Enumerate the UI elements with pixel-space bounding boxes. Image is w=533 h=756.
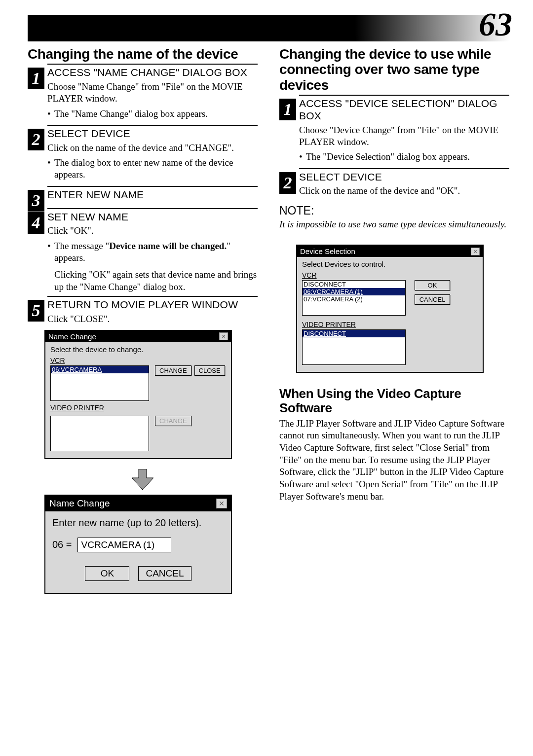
- step-title: RETURN TO MOVIE PLAYER WINDOW: [47, 299, 258, 311]
- dialog-title: Name Change: [48, 332, 96, 341]
- video-printer-listbox[interactable]: [50, 416, 149, 451]
- vcr-label: VCR: [302, 271, 406, 279]
- close-icon[interactable]: ×: [471, 248, 480, 255]
- vcr-listbox[interactable]: 06:VCRCAMERA: [50, 365, 149, 401]
- step-title: ACCESS "NAME CHANGE" DIALOG BOX: [47, 67, 258, 79]
- left-step-4: 4 SET NEW NAME Click "OK". The message "…: [28, 211, 258, 293]
- change-button[interactable]: CHANGE: [155, 365, 191, 376]
- video-printer-listbox[interactable]: DISCONNECT: [302, 329, 406, 365]
- step-bullet: The "Name Change" dialog box appears.: [47, 108, 258, 120]
- step-bullet: The message "Device name will be changed…: [47, 240, 258, 264]
- video-printer-label: VIDEO PRINTER: [50, 404, 226, 412]
- dialog-instruction: Enter new name (up to 20 letters).: [52, 517, 224, 529]
- dialog-title: Name Change: [49, 498, 110, 509]
- step-title: ACCESS "DEVICE SELECTION" DIALOG BOX: [299, 98, 509, 122]
- step-bullet: The "Device Selection" dialog box appear…: [299, 151, 509, 163]
- left-step-2: 2 SELECT DEVICE Click on the name of the…: [28, 128, 258, 181]
- device-selection-dialog: Device Selection × Select Devices to con…: [296, 245, 484, 373]
- step-body: Click "OK".: [47, 225, 258, 237]
- note-label: NOTE:: [279, 204, 509, 217]
- dialog-titlebar: Device Selection ×: [297, 246, 483, 257]
- id-prefix: 06 =: [52, 539, 72, 550]
- step-title: SELECT DEVICE: [299, 171, 509, 183]
- right-heading: Changing the device to use while connect…: [279, 46, 509, 93]
- step-extra: Clicking "OK" again sets that device nam…: [47, 269, 258, 293]
- close-button[interactable]: CLOSE: [194, 365, 225, 376]
- right-heading-2: When Using the Video Capture Software: [279, 387, 509, 415]
- cancel-button[interactable]: CANCEL: [415, 294, 450, 305]
- step-number: 1: [279, 99, 296, 120]
- step-body: Click "CLOSE".: [47, 313, 258, 325]
- step-number: 5: [28, 300, 44, 322]
- ok-button[interactable]: OK: [415, 280, 450, 290]
- list-item[interactable]: 06:VCRCAMERA: [51, 366, 149, 373]
- name-change-dialog-1: Name Change × Select the device to chang…: [44, 330, 232, 459]
- step-bullet: The dialog box to enter new name of the …: [47, 157, 258, 181]
- step-number: 3: [28, 190, 44, 212]
- list-item[interactable]: DISCONNECT: [303, 281, 405, 288]
- step-number: 4: [28, 212, 44, 234]
- name-input[interactable]: VCRCAMERA (1): [77, 538, 171, 552]
- cancel-button[interactable]: CANCEL: [138, 566, 191, 581]
- close-icon[interactable]: ×: [219, 332, 228, 340]
- right-column: Changing the device to use while connect…: [279, 46, 509, 604]
- capture-software-paragraph: The JLIP Player Software and JLIP Video …: [279, 418, 509, 503]
- name-change-dialog-2: Name Change × Enter new name (up to 20 l…: [44, 495, 232, 594]
- dialog-title: Device Selection: [300, 247, 355, 255]
- left-column: Changing the name of the device 1 ACCESS…: [28, 46, 258, 604]
- note-body: It is impossible to use two same type de…: [279, 218, 509, 230]
- list-item[interactable]: 07:VCRCAMERA (2): [303, 295, 405, 303]
- step-body: Click on the name of the device and "CHA…: [47, 142, 258, 154]
- right-step-1: 1 ACCESS "DEVICE SELECTION" DIALOG BOX C…: [279, 98, 509, 163]
- dialog-titlebar: Name Change ×: [45, 331, 231, 342]
- ok-button[interactable]: OK: [85, 566, 129, 581]
- step-number: 1: [28, 68, 44, 89]
- vcr-label: VCR: [50, 357, 226, 364]
- header-bar: 63: [28, 15, 509, 41]
- close-icon[interactable]: ×: [216, 499, 227, 508]
- step-title: ENTER NEW NAME: [47, 189, 258, 201]
- left-heading: Changing the name of the device: [28, 46, 258, 62]
- step-number: 2: [279, 172, 296, 194]
- step-body: Choose "Name Change" from "File" on the …: [47, 81, 258, 105]
- step-title: SET NEW NAME: [47, 211, 258, 223]
- vcr-listbox[interactable]: DISCONNECT 06:VCRCAMERA (1) 07:VCRCAMERA…: [302, 280, 406, 316]
- list-item[interactable]: 06:VCRCAMERA (1): [303, 288, 405, 295]
- left-step-1: 1 ACCESS "NAME CHANGE" DIALOG BOX Choose…: [28, 67, 258, 120]
- dialog-titlebar: Name Change ×: [45, 496, 231, 511]
- video-printer-label: VIDEO PRINTER: [302, 321, 406, 328]
- step-number: 2: [28, 129, 44, 150]
- left-step-5: 5 RETURN TO MOVIE PLAYER WINDOW Click "C…: [28, 299, 258, 325]
- arrow-down-icon: [132, 469, 153, 490]
- left-step-3: 3 ENTER NEW NAME: [28, 189, 258, 201]
- step-body: Choose "Device Change" from "File" on th…: [299, 124, 509, 148]
- step-body: Click on the name of the device and "OK"…: [299, 185, 509, 197]
- page-number: 63: [479, 5, 512, 44]
- svg-marker-0: [132, 469, 153, 490]
- change-button-disabled: CHANGE: [155, 416, 191, 426]
- dialog-instruction: Select the device to change.: [50, 345, 226, 354]
- right-step-2: 2 SELECT DEVICE Click on the name of the…: [279, 171, 509, 197]
- step-title: SELECT DEVICE: [47, 128, 258, 140]
- list-item[interactable]: DISCONNECT: [303, 330, 405, 337]
- dialog-instruction: Select Devices to control.: [302, 260, 478, 268]
